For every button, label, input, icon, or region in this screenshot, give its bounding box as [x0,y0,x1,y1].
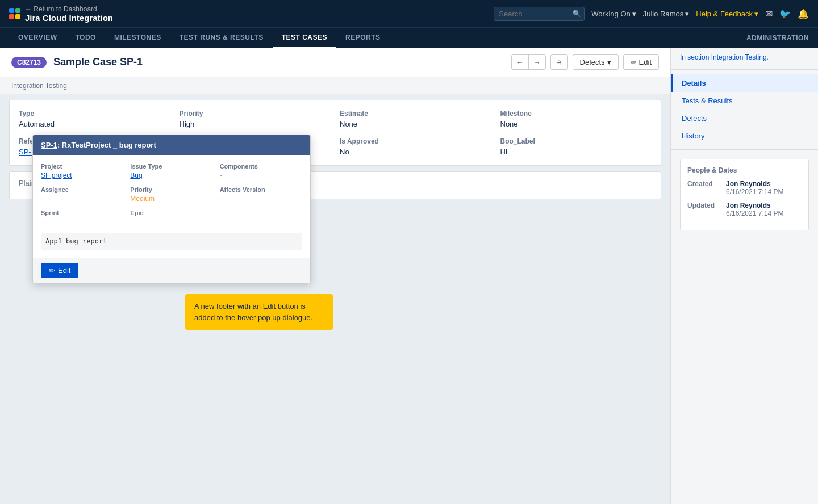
popup-priority: Priority Medium [130,186,212,203]
page-title: Sample Case SP-1 [53,56,504,68]
nav-overview[interactable]: OVERVIEW [9,28,66,48]
page-header: C82713 Sample Case SP-1 ← → 🖨 Defects ▾ … [0,48,670,77]
detail-estimate: Estimate None [340,110,491,128]
popup-affects: Affects Version - [220,186,302,203]
mail-icon[interactable]: ✉ [765,9,773,19]
logo-dot-yellow [15,14,20,19]
sidebar-nav-tests-results[interactable]: Tests & Results [671,92,818,110]
logo-grid [9,8,20,19]
breadcrumb: Integration Testing [0,77,670,94]
popup-epic: Epic - [130,209,212,226]
app-logo-block: ← Return to Dashboard Jira Cloud Integra… [25,5,113,23]
app-logo: ← Return to Dashboard Jira Cloud Integra… [9,5,113,23]
popup-header-text: : RxTestProject _ bug report [57,141,156,149]
prev-arrow-button[interactable]: ← [512,55,529,69]
nav-arrows: ← → [511,54,546,70]
edit-icon: ✏ [49,266,55,275]
sidebar-nav-defects[interactable]: Defects [671,110,818,127]
detail-is-approved: Is Approved No [340,137,491,156]
sidebar-nav-details[interactable]: Details [671,74,818,92]
nav-test-runs[interactable]: TEST RUNS & RESULTS [170,28,273,48]
header-actions: ← → 🖨 Defects ▾ ✏ Edit [511,54,659,70]
case-badge: C82713 [11,57,47,68]
popup-components: Components - [220,163,302,179]
popup-project: Project SF project [41,163,123,179]
secondary-nav: OVERVIEW TODO MILESTONES TEST RUNS & RES… [0,27,818,48]
chevron-down-icon: ▾ [607,58,611,66]
chevron-down-icon: ▾ [632,10,636,18]
twitter-icon[interactable]: 🐦 [779,9,791,19]
chevron-down-icon: ▾ [685,10,689,18]
nav-test-cases[interactable]: TEST CASES [273,28,336,48]
search-input[interactable] [494,7,585,21]
right-sidebar: In section Integration Testing. Details … [670,48,818,504]
popup-edit-button[interactable]: ✏ Edit [41,263,78,278]
popup-footer: ✏ Edit [33,258,310,283]
detail-type: Type Automated [19,110,170,128]
nav-milestones[interactable]: MILESTONES [105,28,170,48]
popup-card: SP-1: RxTestProject _ bug report Project… [32,135,311,283]
main-layout: C82713 Sample Case SP-1 ← → 🖨 Defects ▾ … [0,48,818,504]
popup-description: App1 bug report [41,233,302,250]
defects-button[interactable]: Defects ▾ [573,54,619,70]
detail-priority: Priority High [180,110,331,128]
app-title: Jira Cloud Integration [25,13,113,23]
edit-icon: ✏ [631,58,637,66]
notifications-icon[interactable]: 🔔 [798,9,809,19]
sidebar-nav-history[interactable]: History [671,127,818,145]
search-icon: 🔍 [573,10,581,18]
popup-issue-type: Issue Type Bug [130,163,212,179]
chevron-down-icon: ▾ [754,10,758,18]
created-row: Created Jon Reynolds 6/16/2021 7:14 PM [687,180,802,196]
nav-administration[interactable]: ADMINISTRATION [746,34,809,42]
sidebar-divider [671,69,818,70]
people-dates: People & Dates Created Jon Reynolds 6/16… [680,159,809,230]
details-section: Type Automated Priority High Estimate No… [9,100,661,166]
sidebar-divider-2 [671,149,818,150]
detail-milestone: Milestone None [500,110,652,128]
popup-header-link[interactable]: SP-1 [41,141,57,149]
nav-todo[interactable]: TODO [66,28,105,48]
edit-button[interactable]: ✏ Edit [623,54,659,70]
print-button[interactable]: 🖨 [550,54,568,70]
logo-dot-blue [9,8,14,13]
logo-dot-red [9,14,14,19]
content-area: C82713 Sample Case SP-1 ← → 🖨 Defects ▾ … [0,48,670,504]
working-on-button[interactable]: Working On ▾ [591,10,636,18]
sidebar-in-section: In section Integration Testing. [671,48,818,65]
next-arrow-button[interactable]: → [529,55,545,69]
popup-body: Project SF project Issue Type Bug Compon… [33,155,310,258]
popup-grid: Project SF project Issue Type Bug Compon… [41,163,302,226]
integration-testing-link[interactable]: Integration Testing. [711,53,769,61]
help-feedback-button[interactable]: Help & Feedback ▾ [696,10,758,18]
user-menu-button[interactable]: Julio Ramos ▾ [643,10,690,18]
people-dates-title: People & Dates [687,166,802,174]
popup-sprint: Sprint - [41,209,123,226]
popup-assignee: Assignee - [41,186,123,203]
return-to-dashboard-link[interactable]: ← Return to Dashboard [25,5,113,13]
popup-header: SP-1: RxTestProject _ bug report [33,135,310,155]
detail-boo-label: Boo_Label Hi [500,137,652,156]
nav-reports[interactable]: REPORTS [336,28,390,48]
search-wrapper: 🔍 [494,7,585,21]
top-nav: ← Return to Dashboard Jira Cloud Integra… [0,0,818,27]
updated-row: Updated Jon Reynolds 6/16/2021 7:14 PM [687,201,802,217]
logo-dot-green [15,8,20,13]
callout-box: A new footer with an Edit button is adde… [185,294,333,330]
